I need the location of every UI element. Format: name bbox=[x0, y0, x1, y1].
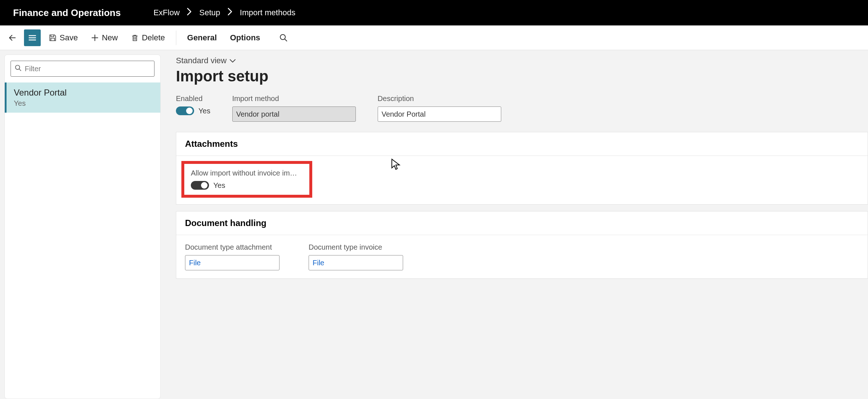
list-icon bbox=[28, 33, 37, 43]
breadcrumb-item[interactable]: ExFlow bbox=[153, 8, 180, 17]
enabled-label: Enabled bbox=[176, 94, 210, 103]
import-method-label: Import method bbox=[232, 94, 356, 103]
section-attachments-header[interactable]: Attachments bbox=[176, 132, 868, 156]
delete-label: Delete bbox=[142, 33, 165, 43]
highlight-allow-import: Allow import without invoice im… Yes bbox=[181, 161, 312, 198]
description-label: Description bbox=[378, 94, 501, 103]
toolbar-separator bbox=[176, 31, 176, 45]
section-attachments: Attachments Allow import without invoice… bbox=[176, 132, 868, 205]
back-button[interactable] bbox=[4, 29, 21, 46]
search-icon bbox=[279, 33, 288, 42]
plus-icon bbox=[91, 34, 99, 42]
breadcrumb-item[interactable]: Import methods bbox=[240, 8, 296, 17]
section-doc-handling-header[interactable]: Document handling bbox=[176, 211, 868, 235]
filter-wrap bbox=[5, 55, 160, 82]
arrow-left-icon bbox=[8, 33, 17, 43]
chevron-right-icon bbox=[228, 8, 233, 18]
section-doc-handling: Document handling Document type attachme… bbox=[176, 211, 868, 279]
tab-options[interactable]: Options bbox=[225, 30, 265, 45]
toggle-icon bbox=[176, 106, 194, 115]
chevron-down-icon bbox=[229, 56, 236, 65]
delete-button[interactable]: Delete bbox=[126, 30, 170, 45]
doc-type-attachment-input[interactable] bbox=[185, 255, 280, 270]
search-button[interactable] bbox=[276, 30, 292, 46]
save-button[interactable]: Save bbox=[44, 30, 83, 45]
search-icon bbox=[15, 64, 22, 73]
list-item-title: Vendor Portal bbox=[14, 88, 153, 98]
general-label: General bbox=[187, 33, 217, 43]
save-icon bbox=[49, 34, 57, 42]
import-method-input[interactable] bbox=[232, 106, 356, 122]
description-input[interactable] bbox=[378, 106, 501, 122]
tab-general[interactable]: General bbox=[182, 30, 222, 45]
enabled-field: Enabled Yes bbox=[176, 94, 210, 122]
filter-box[interactable] bbox=[11, 61, 154, 77]
toolbar: Save New Delete General Options bbox=[0, 25, 868, 50]
doc-type-invoice-field: Document type invoice bbox=[309, 243, 403, 270]
list-item-subtitle: Yes bbox=[14, 99, 153, 108]
sidebar: Vendor Portal Yes bbox=[4, 55, 161, 399]
import-method-field: Import method bbox=[232, 94, 356, 122]
view-label: Standard view bbox=[176, 56, 226, 65]
save-label: Save bbox=[60, 33, 78, 43]
chevron-right-icon bbox=[187, 8, 192, 18]
toggle-icon bbox=[191, 181, 209, 190]
doc-type-attachment-field: Document type attachment bbox=[185, 243, 280, 270]
filter-input[interactable] bbox=[25, 65, 150, 73]
view-selector[interactable]: Standard view bbox=[176, 56, 236, 65]
allow-import-label: Allow import without invoice im… bbox=[191, 169, 303, 177]
allow-import-value: Yes bbox=[213, 181, 225, 190]
new-button[interactable]: New bbox=[86, 30, 123, 45]
doc-type-attachment-label: Document type attachment bbox=[185, 243, 280, 251]
allow-import-toggle[interactable]: Yes bbox=[191, 181, 303, 190]
options-label: Options bbox=[230, 33, 260, 43]
page-title: Import setup bbox=[176, 68, 868, 85]
top-field-row: Enabled Yes Import method Description bbox=[176, 94, 868, 122]
enabled-toggle[interactable]: Yes bbox=[176, 106, 210, 115]
new-label: New bbox=[102, 33, 118, 43]
breadcrumb-item[interactable]: Setup bbox=[199, 8, 220, 17]
breadcrumbs: ExFlow Setup Import methods bbox=[153, 8, 295, 18]
enabled-value: Yes bbox=[198, 107, 210, 115]
list-item-vendor-portal[interactable]: Vendor Portal Yes bbox=[5, 82, 160, 113]
description-field: Description bbox=[378, 94, 501, 122]
top-bar: Finance and Operations ExFlow Setup Impo… bbox=[0, 0, 868, 25]
doc-type-invoice-label: Document type invoice bbox=[309, 243, 403, 251]
trash-icon bbox=[131, 34, 139, 42]
doc-type-invoice-input[interactable] bbox=[309, 255, 403, 270]
list-toggle-button[interactable] bbox=[24, 29, 41, 46]
app-title: Finance and Operations bbox=[13, 7, 121, 19]
content: Standard view Import setup Enabled Yes I… bbox=[165, 55, 868, 399]
main-area: Vendor Portal Yes Standard view Import s… bbox=[0, 50, 868, 399]
